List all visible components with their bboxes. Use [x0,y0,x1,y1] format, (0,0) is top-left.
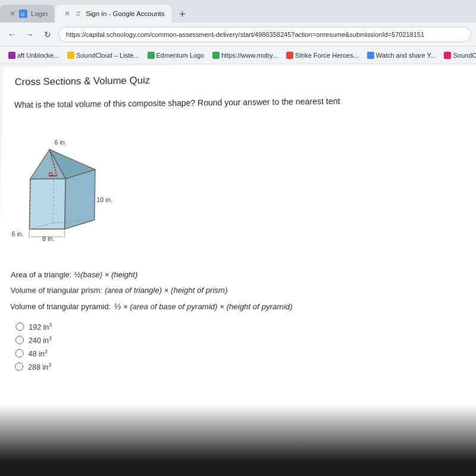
page-wrapper: Cross Sections & Volume Quiz What is the… [0,64,476,476]
formulas-section: Area of a triangle: ½(base) × (height) V… [10,267,472,315]
bookmark-strike-force[interactable]: Strike Force Heroes... [283,51,362,60]
bookmark-soundclo[interactable]: SoundClo... [440,51,476,60]
answer-choice-240[interactable]: 240 in3 [15,335,473,346]
bookmark-label-edmentum: Edmentum Logo [156,52,205,59]
composite-shape-svg: 6 in. 10 in. 6 in. 8 in. [11,119,126,255]
answer-choice-192[interactable]: 192 in3 [15,322,472,333]
formula-pyramid-label: Volume of triangular pyramid: [10,299,111,314]
answer-choice-288[interactable]: 288 in3 [15,362,474,374]
bookmark-label-strikeforce: Strike Force Heroes... [295,52,359,59]
radio-192[interactable] [15,322,24,331]
formula-triangle-area: Area of a triangle: ½(base) × (height) [11,267,472,282]
svg-text:10 in.: 10 in. [96,196,112,203]
tab-google-accounts[interactable]: ✕ Sign in - Google Accounts [55,5,171,23]
tab-icon-login: G [19,10,27,18]
bookmark-icon-strikeforce [286,52,293,59]
bookmark-unblocker[interactable]: aft Unblocke... [5,51,62,60]
formula-triangle-label: Area of a triangle: [11,268,72,283]
bookmark-label-soundcloud: SoundCloud – Liste... [76,52,139,59]
forward-button[interactable]: → [23,27,37,42]
radio-288[interactable] [15,362,23,371]
formula-prism-expr: (area of triangle) × (height of prism) [105,283,228,298]
answer-label-192: 192 in3 [29,322,52,331]
address-bar-row: ← → ↻ https://capital.schoology.com/comm… [0,23,476,46]
bookmarks-bar: aft Unblocke... SoundCloud – Liste... Ed… [0,46,476,64]
svg-marker-3 [29,178,65,229]
answer-label-240: 240 in3 [29,335,52,345]
radio-240[interactable] [15,336,24,344]
bookmark-icon-edmentum [148,52,155,59]
svg-text:6 in.: 6 in. [54,139,67,146]
page-title: Cross Sections & Volume Quiz [14,71,467,89]
answer-choices: 192 in3 240 in3 48 in3 288 in3 [15,322,474,374]
tab-login[interactable]: ✕ G Login [0,5,55,23]
formula-triangle-expr: ½(base) × (height) [74,267,137,282]
answer-label-48: 48 in3 [28,349,47,359]
question-text: What is the total volume of this composi… [14,94,468,111]
bookmark-label-unblocker: aft Unblocke... [17,52,59,59]
shape-area: 6 in. 10 in. 6 in. 8 in. [11,115,471,258]
reload-button[interactable]: ↻ [40,27,55,42]
tab-icon-google [74,10,82,18]
svg-text:G: G [21,11,25,17]
bookmark-icon-soundclo [444,52,451,59]
radio-48[interactable] [15,349,23,358]
tab-label-login: Login [31,10,48,17]
formula-pyramid-volume: Volume of triangular pyramid: ⅓ × (area … [10,299,472,315]
bookmark-watch-share[interactable]: Watch and share Y... [364,51,440,60]
back-button[interactable]: ← [5,27,19,42]
answer-label-288: 288 in3 [28,362,51,372]
url-text: https://capital.schoology.com/common-ass… [66,31,424,38]
page-content: Cross Sections & Volume Quiz What is the… [0,64,476,476]
tab-close-google[interactable]: ✕ [64,10,70,18]
bookmark-icon-watch [367,52,374,59]
bookmark-icon-soundcloud [67,52,74,59]
bookmark-label-watch: Watch and share Y... [376,52,436,59]
formula-prism-label: Volume of triangular prism: [10,283,102,298]
svg-text:8 in.: 8 in. [42,234,55,242]
address-bar[interactable]: https://capital.schoology.com/common-ass… [58,27,471,42]
bookmark-moby[interactable]: https://www.moby... [209,51,281,60]
new-tab-button[interactable]: + [174,6,190,23]
formula-prism-volume: Volume of triangular prism: (area of tri… [10,283,472,299]
bookmark-label-soundclo: SoundClo... [453,52,476,59]
bookmark-label-moby: https://www.moby... [221,52,278,59]
formula-pyramid-expr: ⅓ × (area of base of pyramid) × (height … [113,299,292,314]
answer-choice-48[interactable]: 48 in3 [15,349,473,360]
shape-diagram: 6 in. 10 in. 6 in. 8 in. [11,119,131,258]
bookmark-soundcloud[interactable]: SoundCloud – Liste... [64,51,142,60]
browser-window: ✕ G Login ✕ Sign in - Google Accounts + … [0,0,476,476]
svg-text:6 in.: 6 in. [11,230,24,237]
tab-label-google: Sign in - Google Accounts [86,10,164,17]
tab-close-login[interactable]: ✕ [10,10,15,18]
tab-bar: ✕ G Login ✕ Sign in - Google Accounts + [0,0,476,23]
bookmark-icon-moby [212,52,220,59]
bookmark-edmentum[interactable]: Edmentum Logo [144,51,208,60]
bookmark-icon-unblocker [8,52,15,59]
